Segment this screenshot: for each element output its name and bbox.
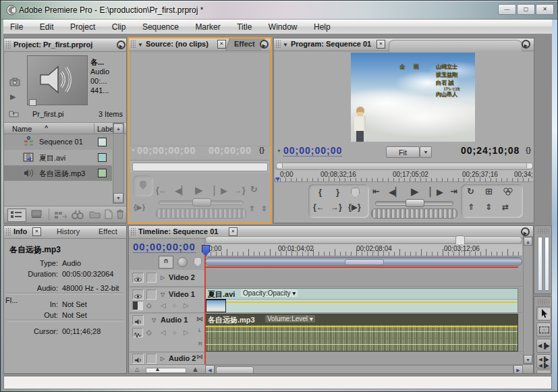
panel-grip-icon[interactable] [537, 299, 549, 304]
insert-icon[interactable]: ⇑ [249, 204, 255, 213]
go-to-out-icon[interactable]: →} [234, 186, 246, 195]
tab-info[interactable]: Info [13, 227, 27, 235]
play-icon[interactable]: ▶ [195, 184, 203, 196]
step-back-icon[interactable]: ◀▏ [175, 186, 188, 196]
go-to-out-icon[interactable]: →} [331, 202, 342, 212]
toggle-track-output-button[interactable] [132, 315, 144, 325]
add-keyframe-icon[interactable]: ◇ [146, 329, 152, 336]
step-forward-icon[interactable]: ▏▶ [214, 186, 227, 196]
timecode-disclosure-icon[interactable]: ▼ [277, 148, 281, 153]
column-divider[interactable] [94, 123, 94, 134]
toggle-timecode-display-icon[interactable]: {} [259, 146, 264, 154]
tab-timeline[interactable]: Timeline: Sequence 01 [138, 227, 218, 235]
expand-track-icon[interactable]: ▷ [161, 356, 165, 362]
h-scrollbar-thumb[interactable] [216, 366, 254, 374]
go-to-in-icon[interactable]: {← [313, 202, 325, 212]
tab-program[interactable]: Program: Sequence 01 [291, 40, 371, 48]
track-select-tool-button[interactable]: → [536, 323, 551, 337]
zoom-slider-thumb[interactable]: ▲ [155, 366, 161, 372]
expand-track-icon[interactable]: ▷ [161, 275, 165, 281]
shuttle-slider[interactable] [375, 201, 453, 206]
jog-wheel[interactable] [371, 208, 457, 219]
maximize-button[interactable]: ▢ [517, 4, 535, 15]
new-bin-icon[interactable] [89, 210, 101, 219]
source-seek-bar[interactable] [132, 163, 268, 171]
column-header-name[interactable]: Name [12, 125, 32, 133]
source-panel-menu-icon[interactable]: ▶ [260, 40, 269, 49]
selection-tool-button[interactable] [536, 306, 551, 320]
scroll-up-icon[interactable]: ▲ [113, 123, 123, 134]
snap-toggle-button[interactable]: ∪ [159, 256, 173, 269]
video2-track-content[interactable] [205, 270, 522, 287]
zoom-in-icon[interactable]: ▲ [192, 365, 199, 373]
source-tab-close-icon[interactable]: ✕ [217, 40, 226, 49]
next-keyframe-icon[interactable]: ▷ [184, 329, 189, 336]
trim-icon[interactable]: ⇄ [502, 202, 509, 212]
poster-frame-camera-icon[interactable] [9, 78, 20, 86]
program-tab-close-icon[interactable]: ✕ [376, 40, 385, 49]
video-clip-effect-dropdown[interactable]: Opacity:Opacity ▾ [241, 289, 298, 297]
scroll-left-icon[interactable]: ◀ [205, 365, 215, 374]
work-area-handle[interactable] [345, 259, 384, 265]
menu-title[interactable]: Title [230, 20, 258, 32]
timeline-zoom-scrollbar[interactable] [205, 236, 522, 244]
play-in-to-out-icon[interactable]: {▶} [134, 203, 145, 212]
find-binoculars-icon[interactable] [72, 210, 84, 219]
tab-history[interactable]: History [57, 227, 80, 235]
timeline-panel-menu-icon[interactable]: ▶ [521, 227, 530, 236]
tab-effect-controls[interactable]: Effect [234, 40, 255, 48]
shuttle-slider[interactable] [159, 200, 244, 205]
output-icon[interactable] [503, 188, 513, 196]
volume-rubber-band[interactable] [206, 326, 518, 327]
track-lock-toggle[interactable] [146, 273, 157, 283]
overlay-icon[interactable]: ⇕ [261, 204, 267, 213]
set-in-point-icon[interactable]: { [318, 187, 322, 197]
track-name-video1[interactable]: Video 1 [169, 290, 195, 298]
timeline-h-scrollbar[interactable] [215, 365, 513, 374]
toggle-timecode-display-icon[interactable]: {} [526, 146, 531, 154]
video-clip[interactable]: 夏目.avi Opacity:Opacity ▾ [205, 288, 518, 312]
disclosure-down-icon[interactable]: ▼ [138, 42, 143, 48]
automate-to-sequence-icon[interactable] [54, 211, 67, 219]
new-item-icon[interactable] [104, 209, 113, 219]
list-view-button[interactable] [7, 208, 26, 222]
program-timecode[interactable]: 00;00;00;00 [283, 145, 342, 157]
title-bar[interactable]: Adobe Premiere Pro - E:\production\Pr_fi… [1, 1, 558, 20]
menu-marker[interactable]: Marker [188, 20, 227, 32]
project-row-sequence[interactable]: Sequence 01 [4, 134, 112, 150]
panel-grip-icon[interactable] [5, 227, 11, 236]
menu-window[interactable]: Window [262, 20, 304, 32]
timeline-v-scrollbar[interactable]: ▲ ▼ [523, 236, 533, 364]
minimize-button[interactable]: — [498, 4, 516, 15]
menu-clip[interactable]: Clip [105, 20, 133, 32]
toggle-track-height-icon[interactable]: ⋈ [196, 353, 203, 360]
collapse-track-icon[interactable]: ▽ [152, 317, 156, 323]
close-button[interactable]: ✕ [536, 4, 554, 15]
disclosure-down-icon[interactable]: ▼ [283, 42, 288, 48]
set-marker-button[interactable] [133, 175, 153, 196]
scroll-right-icon[interactable]: ▶ [513, 365, 523, 374]
add-keyframe-icon[interactable]: ◇ [146, 302, 152, 309]
label-swatch[interactable] [98, 153, 107, 162]
cti-playhead-line[interactable] [204, 255, 206, 364]
parent-bin-icon[interactable] [9, 109, 19, 117]
scroll-down-icon[interactable]: ▼ [113, 193, 123, 203]
label-swatch[interactable] [98, 138, 107, 146]
go-previous-edit-icon[interactable]: ⇤ [372, 186, 380, 196]
fit-dropdown[interactable]: Fit [386, 146, 420, 158]
panel-grip-icon[interactable] [130, 227, 136, 236]
lift-icon[interactable]: ⇑ [468, 202, 474, 212]
set-sequence-marker-icon[interactable] [177, 257, 188, 267]
keyframe-display-toggle[interactable] [132, 328, 143, 337]
track-name-audio1[interactable]: Audio 1 [161, 316, 188, 324]
toggle-track-output-button[interactable] [132, 289, 144, 300]
go-to-in-icon[interactable]: {← [156, 186, 167, 195]
ripple-edit-tool-button[interactable]: ◀▐▶ [536, 339, 551, 353]
tab-project[interactable]: Project: Pr_first.prproj [13, 40, 92, 49]
menu-help[interactable]: Help [307, 20, 337, 32]
audio-clip-effect-dropdown[interactable]: Volume:Level ▾ [265, 315, 315, 323]
unnumbered-marker-icon[interactable] [194, 257, 202, 267]
program-time-ruler[interactable]: 0;00 00;08;32;16 00;17;05;02 00;25;37;16… [275, 170, 533, 182]
track-lock-toggle[interactable] [146, 289, 157, 300]
project-row-video[interactable]: 夏目.avi [4, 150, 112, 165]
